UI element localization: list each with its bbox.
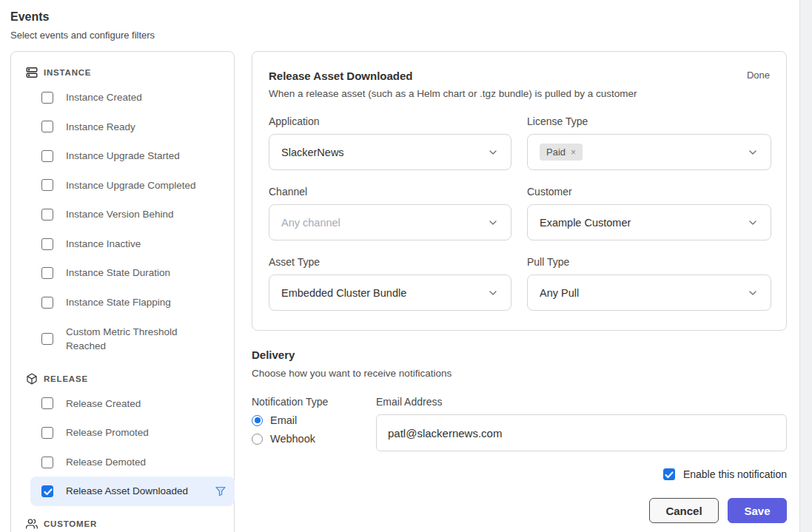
checkbox-unchecked[interactable] [41,150,53,162]
enable-notification-label: Enable this notification [683,468,787,480]
radio-email[interactable] [252,415,263,426]
pull-type-value: Any Pull [540,287,747,299]
section-label: RELEASE [44,374,88,383]
filter-icon[interactable] [215,486,226,496]
license-type-select[interactable]: Paid × [527,134,771,170]
radio-webhook-label: Webhook [270,433,315,445]
checkbox-checked[interactable] [41,485,53,497]
asset-type-label: Asset Type [269,256,511,268]
item-label: Release Created [66,397,217,411]
pull-type-label: Pull Type [527,256,771,268]
notification-type-label: Notification Type [252,396,376,408]
enable-notification-row: Enable this notification [252,468,787,480]
pull-type-field-group: Pull Type Any Pull [527,256,771,311]
application-field-group: Application SlackerNews [269,115,511,170]
package-icon [26,373,38,385]
sidebar-item-instance-state-duration[interactable]: Instance State Duration [30,258,235,288]
checkbox-unchecked[interactable] [41,209,53,220]
radio-webhook[interactable] [252,434,263,445]
customer-select[interactable]: Example Customer [527,204,771,240]
delivery-section: Delivery Choose how you want to receive … [252,349,787,451]
item-label: Release Demoted [66,455,217,470]
item-label: Instance Version Behind [66,207,217,222]
done-link[interactable]: Done [747,70,770,81]
release-items: Release Created Release Promoted Release… [30,389,235,506]
item-label: Instance Inactive [66,237,217,252]
delivery-title: Delivery [252,349,787,361]
checkbox-unchecked[interactable] [41,121,53,132]
license-type-tags: Paid × [540,144,747,161]
filter-card-description: When a release asset (such as a Helm cha… [269,88,770,99]
checkbox-unchecked[interactable] [41,238,53,250]
enable-notification-checkbox[interactable] [663,468,675,480]
sidebar-item-instance-state-flapping[interactable]: Instance State Flapping [30,288,235,317]
sidebar-item-instance-created[interactable]: Instance Created [30,83,235,112]
customer-label: Customer [527,186,771,198]
events-page: Events Select events and configure filte… [0,0,812,532]
users-icon [26,518,38,530]
section-label: INSTANCE [44,68,91,77]
asset-type-field-group: Asset Type Embedded Cluster Bundle [269,256,511,311]
item-label: Custom Metric Threshold Reached [66,325,217,354]
sidebar-item-release-demoted[interactable]: Release Demoted [30,448,235,477]
checkbox-unchecked[interactable] [41,457,53,468]
sidebar-item-instance-version-behind[interactable]: Instance Version Behind [30,200,235,229]
chevron-down-icon [747,287,759,299]
paid-tag: Paid × [540,144,583,161]
channel-label: Channel [269,186,511,198]
checkbox-unchecked[interactable] [41,297,53,309]
sidebar-item-release-created[interactable]: Release Created [30,389,235,419]
item-label: Release Promoted [66,425,217,440]
customer-value: Example Customer [540,217,747,229]
remove-tag-icon[interactable]: × [571,147,576,158]
checkbox-unchecked[interactable] [41,333,53,345]
delivery-subtitle: Choose how you want to receive notificat… [252,368,787,379]
channel-select[interactable]: Any channel [269,204,511,240]
item-label: Release Asset Downloaded [66,484,203,499]
chevron-down-icon [487,147,499,158]
chevron-down-icon [747,217,759,229]
checkbox-unchecked[interactable] [41,267,53,279]
save-button[interactable]: Save [728,498,787,523]
radio-option-webhook[interactable]: Webhook [252,433,376,445]
sidebar-item-release-promoted[interactable]: Release Promoted [30,418,235,448]
pull-type-select[interactable]: Any Pull [527,275,771,311]
sidebar-item-instance-upgrade-started[interactable]: Instance Upgrade Started [30,141,235,171]
server-icon [26,67,38,78]
scrollbar-track[interactable] [799,0,812,532]
sidebar-item-instance-upgrade-completed[interactable]: Instance Upgrade Completed [30,171,235,201]
customer-field-group: Customer Example Customer [527,186,771,240]
sidebar-item-instance-inactive[interactable]: Instance Inactive [30,229,235,259]
application-value: SlackerNews [281,147,487,158]
asset-type-select[interactable]: Embedded Cluster Bundle [269,275,511,311]
page-subtitle: Select events and configure filters [10,30,155,41]
item-label: Instance Ready [66,120,217,135]
section-release: RELEASE [11,373,234,385]
email-address-input[interactable] [376,414,787,451]
checkbox-unchecked[interactable] [41,92,53,104]
sidebar-item-custom-metric-threshold[interactable]: Custom Metric Threshold Reached [30,317,235,361]
application-label: Application [269,115,511,127]
asset-type-value: Embedded Cluster Bundle [281,287,487,299]
item-label: Instance Created [66,90,217,105]
radio-email-label: Email [270,414,297,426]
channel-placeholder: Any channel [281,217,487,229]
chevron-down-icon [747,147,759,158]
sidebar-item-instance-ready[interactable]: Instance Ready [30,112,235,142]
page-title: Events [10,10,155,24]
chevron-down-icon [487,217,499,229]
notification-type-group: Notification Type Email Webhook [252,396,376,451]
cancel-button[interactable]: Cancel [649,498,719,523]
sidebar-item-release-asset-downloaded[interactable]: Release Asset Downloaded [30,477,235,506]
filter-fields-grid: Application SlackerNews License Type Pai… [269,115,770,311]
checkbox-unchecked[interactable] [41,179,53,191]
section-instance: INSTANCE [11,67,234,78]
filter-card-title: Release Asset Downloaded [269,70,413,82]
checkbox-unchecked[interactable] [41,397,53,409]
section-customer: CUSTOMER [11,518,234,530]
radio-option-email[interactable]: Email [252,414,376,426]
chevron-down-icon [487,287,499,299]
checkbox-unchecked[interactable] [41,427,53,439]
application-select[interactable]: SlackerNews [269,134,511,170]
email-address-group: Email Address [376,396,787,451]
